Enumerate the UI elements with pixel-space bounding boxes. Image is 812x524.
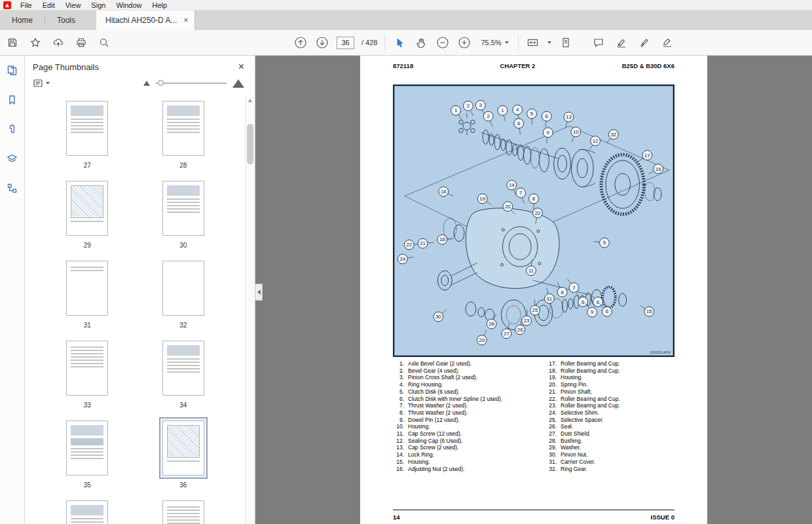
callout-32: 32 [606,130,618,143]
part-row: 18.Roller Bearing and Cup. [545,367,674,375]
slider-knob[interactable] [158,80,164,86]
star-icon[interactable] [28,35,43,50]
thumbnail-page-number: 30 [179,242,187,250]
thumbnail-cell[interactable]: 33 [63,337,111,409]
thumbnail-options-button[interactable] [33,78,50,88]
hand-tool-icon[interactable] [414,35,428,50]
part-row: 29.Washer. [545,444,674,451]
thumbnail-cell[interactable] [63,497,111,524]
page-down-icon[interactable] [315,35,329,50]
svg-text:6: 6 [545,113,549,119]
part-row: 5.Clutch Disk (6 used). [393,388,545,396]
tab-document[interactable]: Hitachi AH250-D A... × [96,10,195,30]
tab-tools[interactable]: Tools [45,10,87,30]
thumbnail-page-number: 35 [84,481,91,489]
callout-13: 13 [564,112,574,128]
footer-issue: ISSUE 0 [651,514,674,521]
sign-icon[interactable] [637,35,652,50]
fit-width-icon[interactable] [526,35,540,50]
callout-3: 3 [475,100,485,115]
zoom-out-icon[interactable] [435,35,450,50]
callout-6: 6 [514,119,524,134]
callout-8: 8 [557,282,567,297]
svg-text:9: 9 [547,130,550,136]
order-icon[interactable] [7,183,18,196]
panel-collapse-handle[interactable] [255,284,263,301]
save-icon[interactable] [5,35,20,50]
small-thumbnail-icon [143,81,150,86]
share-cloud-icon[interactable] [51,35,65,50]
thumbnail-cell[interactable]: 28 [159,98,208,170]
svg-text:30: 30 [435,314,441,320]
thumbnail-cell[interactable]: 29 [63,178,111,250]
fill-sign-icon[interactable] [660,35,674,50]
thumbnail-cell[interactable] [159,497,208,524]
zoom-level-value: 75.5% [481,39,501,47]
part-row: 22.Roller Bearing and Cup. [545,396,674,403]
close-tab-icon[interactable]: × [183,16,188,24]
menu-edit[interactable]: Edit [37,1,60,10]
zoom-in-icon[interactable] [457,35,471,50]
print-icon[interactable] [74,35,88,50]
thumbnail-size-slider[interactable] [143,79,244,88]
thumbnail-page-number: 31 [84,322,91,329]
comment-icon[interactable] [591,35,606,50]
thumbnail-cell[interactable]: 35 [63,417,111,489]
menu-sign[interactable]: Sign [86,1,111,10]
layers-icon[interactable] [7,153,18,167]
callout-19: 19 [477,194,491,205]
thumbnail-grid: 27282930313233343536 [25,92,255,524]
callout-16: 16 [648,164,663,174]
svg-text:5: 5 [530,111,534,117]
menu-file[interactable]: File [15,1,37,10]
zoom-level-dropdown[interactable]: 75.5% [479,37,510,48]
chevron-down-icon[interactable] [547,41,551,44]
svg-text:24: 24 [399,256,405,262]
close-panel-icon[interactable]: × [238,62,244,72]
header-doc-number: 872118 [393,62,413,69]
select-tool-icon[interactable] [392,35,407,50]
part-row: 7.Thrust Washer (2 used). [393,402,545,409]
svg-text:1: 1 [454,107,458,113]
highlight-icon[interactable] [614,35,629,50]
callout-9: 9 [543,128,553,143]
thumbnail-cell[interactable]: 30 [159,178,208,250]
thumbnail-cell[interactable]: 31 [63,257,111,329]
toolbar-separator [384,35,385,50]
thumbnail-cell[interactable]: 36 [159,417,208,489]
thumbnails-scrollbar[interactable] [245,96,255,524]
attachments-icon[interactable] [7,124,18,138]
thumbnail-page-number: 32 [179,322,187,329]
svg-text:2: 2 [467,103,470,109]
thumbnail-cell[interactable]: 34 [159,337,208,409]
tab-home[interactable]: Home [0,10,45,30]
callout-6: 6 [599,303,612,316]
page-scroll-icon[interactable] [559,35,573,50]
scroll-up-icon[interactable] [248,99,252,102]
search-icon[interactable] [97,35,111,50]
slider-track[interactable] [156,83,227,84]
callout-2: 2 [483,111,493,126]
page-up-icon[interactable] [293,35,308,50]
scrollbar-thumb[interactable] [247,124,253,164]
tab-bar: Home Tools Hitachi AH250-D A... × [0,10,812,30]
part-row: 14.Lock Ring. [393,451,545,458]
thumbnail-cell[interactable]: 32 [159,257,208,329]
callout-2: 2 [464,101,473,115]
menu-view[interactable]: View [60,1,86,10]
callout-7: 7 [567,279,579,293]
svg-text:2: 2 [487,113,489,119]
callout-17: 17 [638,151,652,162]
svg-text:26: 26 [517,327,523,333]
thumbnail-cell[interactable]: 27 [63,98,111,170]
page-thumbnails-icon[interactable] [7,65,18,79]
document-tab-title: Hitachi AH250-D A... [105,16,177,25]
menu-window[interactable]: Window [111,1,147,10]
bookmarks-icon[interactable] [7,94,18,108]
menu-help[interactable]: Help [147,1,173,10]
part-row: 13.Cap Screw (2 used). [393,444,545,451]
callout-6: 6 [542,111,551,127]
callout-5: 5 [593,238,609,248]
collapse-left-icon [257,290,261,295]
page-number-input[interactable] [337,37,354,49]
